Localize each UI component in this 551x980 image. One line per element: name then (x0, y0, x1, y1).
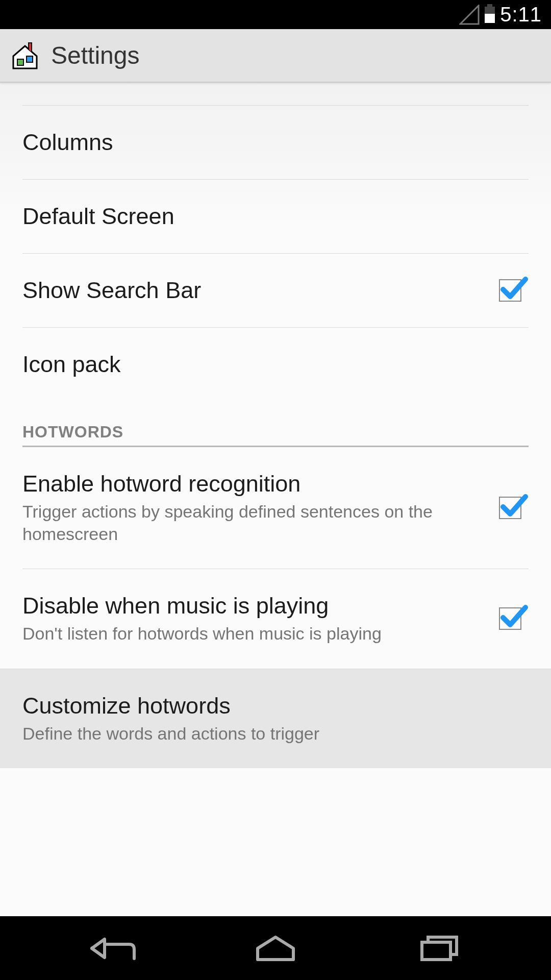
row-enable-hotword[interactable]: Enable hotword recognition Trigger actio… (22, 447, 529, 569)
recents-button[interactable] (411, 934, 467, 962)
checkbox-disable-music[interactable] (499, 607, 521, 630)
row-title: Show Search Bar (22, 277, 489, 304)
checkmark-icon (499, 492, 529, 521)
home-app-icon (10, 41, 40, 70)
page-title: Settings (51, 41, 139, 69)
row-customize-hotwords[interactable]: Customize hotwords Define the words and … (0, 669, 551, 768)
section-label: HOTWORDS (22, 423, 529, 442)
row-title: Enable hotword recognition (22, 471, 489, 497)
checkmark-icon (499, 602, 529, 632)
row-title: Columns (22, 129, 529, 156)
navigation-bar (0, 916, 551, 980)
row-title: Disable when music is playing (22, 593, 489, 619)
row-subtitle: Trigger actions by speaking defined sent… (22, 500, 489, 545)
home-icon (247, 934, 304, 962)
row-subtitle: Define the words and actions to trigger (22, 722, 529, 745)
row-title: Default Screen (22, 203, 529, 230)
row-icon-pack[interactable]: Icon pack (22, 327, 529, 401)
recents-icon (411, 934, 467, 962)
row-default-screen[interactable]: Default Screen (22, 179, 529, 253)
row-show-search-bar[interactable]: Show Search Bar (22, 253, 529, 327)
status-bar: 5:11 (0, 0, 551, 29)
row-title: Icon pack (22, 351, 529, 378)
row-subtitle: Don't listen for hotwords when music is … (22, 622, 489, 645)
back-icon (84, 934, 140, 962)
checkbox-enable-hotword[interactable] (499, 497, 521, 519)
svg-rect-0 (17, 59, 23, 65)
svg-rect-2 (422, 942, 450, 960)
checkmark-icon (499, 274, 529, 304)
action-bar: Settings (0, 29, 551, 83)
battery-icon (485, 7, 495, 23)
cell-signal-icon (459, 5, 480, 25)
home-button[interactable] (247, 934, 304, 962)
settings-list[interactable]: Columns Default Screen Show Search Bar I… (0, 83, 551, 916)
row-title: Customize hotwords (22, 693, 529, 719)
section-header-hotwords: HOTWORDS (22, 412, 529, 447)
row-disable-music[interactable]: Disable when music is playing Don't list… (22, 569, 529, 668)
back-button[interactable] (84, 934, 140, 962)
svg-rect-1 (27, 56, 33, 62)
checkbox-show-search-bar[interactable] (499, 279, 521, 302)
status-clock: 5:11 (500, 3, 542, 26)
row-columns[interactable]: Columns (22, 105, 529, 179)
app-area: Settings Columns Default Screen Show Sea… (0, 29, 551, 916)
